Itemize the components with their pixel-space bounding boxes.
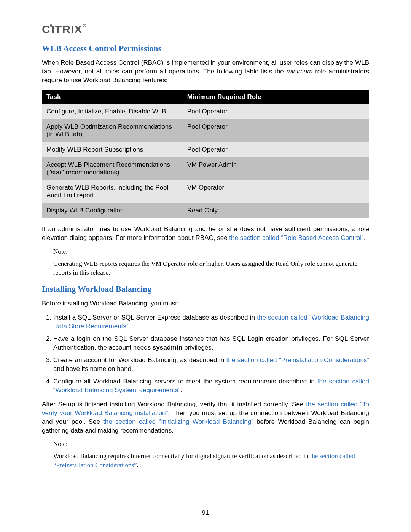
list-item: Create an account for Workload Balancing… (53, 356, 369, 374)
step1-post: . (128, 323, 130, 330)
note-block: Note: Generating WLB reports requires th… (53, 248, 369, 278)
rbac-link[interactable]: the section called “Role Based Access Co… (229, 234, 363, 241)
cell-role: Pool Operator (183, 119, 369, 142)
note-label: Note: (53, 440, 369, 448)
after-steps-paragraph: After Setup is finished installing Workl… (42, 400, 369, 435)
step4-pre: Configure all Workload Balancing servers… (53, 378, 317, 385)
after-steps-1: After Setup is finished installing Workl… (42, 401, 306, 408)
note-block: Note: Workload Balancing requires Intern… (53, 440, 369, 470)
note2-pre: Workload Balancing requires Internet con… (53, 452, 310, 460)
after-table-post: . (364, 234, 366, 241)
install-intro: Before installing Workload Balancing, yo… (42, 299, 369, 308)
note-body: Workload Balancing requires Internet con… (53, 452, 369, 470)
step4-post: . (180, 387, 182, 394)
cell-task: Modify WLB Report Subscriptions (42, 142, 183, 157)
list-item: Install a SQL Server or SQL Server Expre… (53, 313, 369, 331)
table-row: Apply WLB Optimization Recommendations (… (42, 119, 369, 142)
install-steps-list: Install a SQL Server or SQL Server Expre… (42, 313, 369, 395)
cell-task: Accept WLB Placement Recommendations ("s… (42, 157, 183, 180)
note-body: Generating WLB reports requires the VM O… (53, 259, 369, 278)
cell-task: Display WLB Configuration (42, 203, 183, 218)
wlb-intro-paragraph: When Role Based Access Control (RBAC) is… (42, 59, 369, 85)
cell-role: Pool Operator (183, 142, 369, 157)
cell-role: Pool Operator (183, 104, 369, 119)
table-header-task: Task (42, 90, 183, 104)
step3-pre: Create an account for Workload Balancing… (53, 356, 226, 364)
list-item: Have a login on the SQL Server database … (53, 335, 369, 352)
list-item: Configure all Workload Balancing servers… (53, 377, 369, 395)
page-number: 91 (0, 509, 411, 517)
table-header-role: Minimum Required Role (183, 90, 369, 104)
step3-post: and have its name on hand. (53, 365, 133, 372)
cell-task: Configure, Initialize, Enable, Disable W… (42, 104, 183, 119)
preinstall-link[interactable]: the section called “Preinstallation Cons… (226, 356, 369, 364)
cell-task: Apply WLB Optimization Recommendations (… (42, 119, 183, 142)
step1-pre: Install a SQL Server or SQL Server Expre… (53, 314, 257, 321)
permissions-table: Task Minimum Required Role Configure, In… (42, 90, 369, 218)
wlb-permissions-heading: WLB Access Control Permissions (42, 43, 369, 53)
init-wlb-link[interactable]: the section called “Initializing Workloa… (103, 418, 253, 425)
step2-bold: sysadmin (153, 344, 182, 351)
after-table-paragraph: If an administrator tries to use Workloa… (42, 225, 369, 243)
cell-role: VM Operator (183, 180, 369, 203)
citrix-logo: CITRIX® (42, 23, 369, 36)
cell-task: Generate WLB Reports, including the Pool… (42, 180, 183, 203)
installing-heading: Installing Workload Balancing (42, 284, 369, 294)
table-row: Generate WLB Reports, including the Pool… (42, 180, 369, 203)
note2-post: . (137, 462, 139, 469)
table-row: Configure, Initialize, Enable, Disable W… (42, 104, 369, 119)
cell-role: VM Power Admin (183, 157, 369, 180)
table-row: Display WLB Configuration Read Only (42, 203, 369, 218)
intro-text-min: minimum (287, 68, 313, 75)
step2-post: privileges. (182, 344, 213, 351)
table-row: Modify WLB Report Subscriptions Pool Ope… (42, 142, 369, 157)
table-row: Accept WLB Placement Recommendations ("s… (42, 157, 369, 180)
note-label: Note: (53, 248, 369, 256)
cell-role: Read Only (183, 203, 369, 218)
